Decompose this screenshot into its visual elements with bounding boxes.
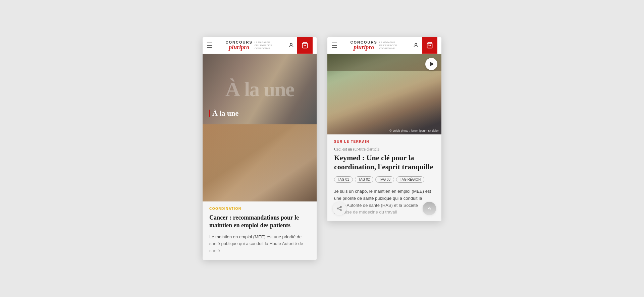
article-excerpt-1: Le maintien en emploi (MEE) est une prio… xyxy=(209,234,310,254)
article-image-1 xyxy=(203,124,317,201)
scroll-up-button-2[interactable] xyxy=(423,202,436,215)
article-supertitle-2: Ceci est un sur-titre d'article xyxy=(334,147,435,152)
phone-mockup-2: ☰ CONCOURS pluripro LE MAGAZINEDE L'EXER… xyxy=(327,37,441,221)
share-button-2[interactable] xyxy=(333,202,346,215)
article-tag-1: COORDINATION xyxy=(209,207,310,211)
image-credit-2: © crédit photo : lorem ipsum sit dolor xyxy=(389,129,439,132)
logo-wordmark-2: CONCOURS pluripro xyxy=(351,41,377,50)
article-excerpt-2: Je suis un chapô, le maintien en emploi … xyxy=(334,188,435,216)
logo-bottom-1: pluripro xyxy=(229,44,249,50)
article-title-2: Keymed : Une clé pour la coordination, l… xyxy=(334,153,435,172)
hero-label-text-1: À la une xyxy=(212,109,238,118)
tag-01[interactable]: TAG 01 xyxy=(334,176,353,183)
phone-mockup-1: ☰ CONCOURS pluripro LE MAGAZINEDE L'EXER… xyxy=(203,37,317,260)
logo-subtext-2: LE MAGAZINEDE L'EXERCICECOORDONNÉ xyxy=(379,41,397,50)
hero-label-bar-1 xyxy=(209,110,210,117)
header-icons-2 xyxy=(410,37,437,54)
tags-row-2: TAG 01 TAG 02 TAG 03 TAG RÉGION xyxy=(334,176,435,183)
play-button-2[interactable] xyxy=(425,58,437,70)
svg-point-6 xyxy=(340,210,341,211)
tag-region[interactable]: TAG RÉGION xyxy=(396,176,424,183)
svg-line-7 xyxy=(339,209,340,210)
cart-icon-1[interactable] xyxy=(297,37,313,54)
article-tag-2: SUR LE TERRAIN xyxy=(334,140,435,143)
logo-bottom-2: pluripro xyxy=(354,44,374,50)
svg-line-8 xyxy=(339,207,340,208)
logo-subtext-1: LE MAGAZINEDE L'EXERCICECOORDONNÉ xyxy=(255,41,272,50)
svg-point-2 xyxy=(415,43,417,45)
header-icons-1 xyxy=(285,37,313,54)
article-content-1: COORDINATION Cancer : recommandations po… xyxy=(203,201,317,260)
svg-point-5 xyxy=(337,208,339,209)
svg-point-4 xyxy=(340,206,341,207)
hero-section-1: À la une À la une xyxy=(203,54,317,124)
header-1: ☰ CONCOURS pluripro LE MAGAZINEDE L'EXER… xyxy=(203,37,317,54)
article-title-1: Cancer : recommandations pour le maintie… xyxy=(209,214,310,230)
hero-text-1: À la une xyxy=(225,77,294,101)
header-2: ☰ CONCOURS pluripro LE MAGAZINEDE L'EXER… xyxy=(327,37,441,54)
main-container: ☰ CONCOURS pluripro LE MAGAZINEDE L'EXER… xyxy=(189,24,455,273)
article-image-2: © crédit photo : lorem ipsum sit dolor xyxy=(327,54,441,134)
svg-point-0 xyxy=(290,43,292,45)
play-icon-2 xyxy=(430,62,434,66)
menu-icon-2[interactable]: ☰ xyxy=(331,41,337,49)
logo-1: CONCOURS pluripro LE MAGAZINEDE L'EXERCI… xyxy=(226,41,272,50)
cart-icon-2[interactable] xyxy=(422,37,437,54)
hero-label-1: À la une xyxy=(209,109,238,118)
user-icon-2[interactable] xyxy=(410,37,422,54)
menu-icon-1[interactable]: ☰ xyxy=(207,41,213,49)
logo-2: CONCOURS pluripro LE MAGAZINEDE L'EXERCI… xyxy=(351,41,397,50)
tag-03[interactable]: TAG 03 xyxy=(375,176,394,183)
tag-02[interactable]: TAG 02 xyxy=(355,176,374,183)
user-icon-1[interactable] xyxy=(285,37,297,54)
logo-wordmark-1: CONCOURS pluripro xyxy=(226,41,253,50)
